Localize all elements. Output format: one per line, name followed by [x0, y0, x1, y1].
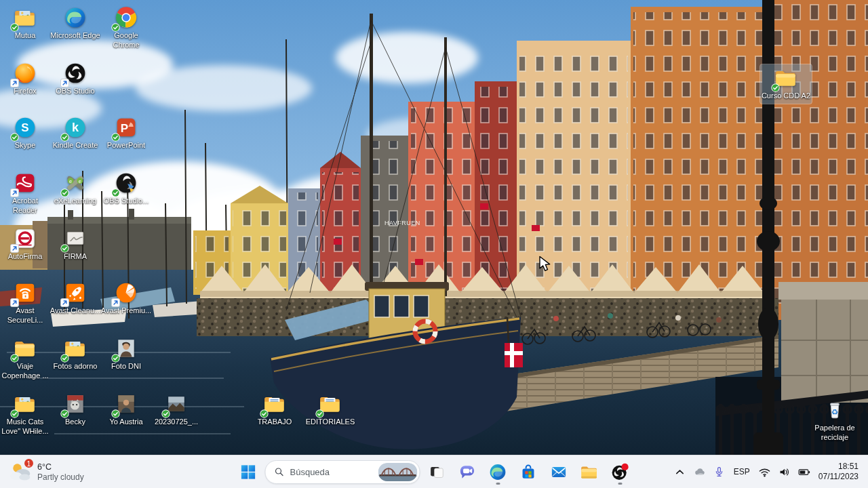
desktop-icon-mutua[interactable]: Mutua: [0, 4, 51, 43]
obs-studio-button[interactable]: [606, 458, 634, 486]
chrome-icon: [115, 6, 138, 29]
weather-widget[interactable]: 1 6°C Partly cloudy: [1, 455, 91, 488]
folder-icon: [774, 66, 797, 89]
weather-condition: Partly cloudy: [37, 472, 84, 483]
svg-text:S: S: [21, 121, 28, 134]
notification-badge: 1: [23, 458, 35, 469]
desktop-icon-firma[interactable]: FIRMA: [50, 225, 101, 264]
desktop-icon-curso-cdd-a2[interactable]: Curso CDD A2: [760, 64, 812, 104]
folder-docs-icon: [263, 392, 286, 415]
svg-text:P: P: [121, 122, 128, 135]
folder-photo-icon: [64, 337, 87, 360]
sync-check-badge: [111, 353, 120, 362]
photo-portrait2-icon: [115, 392, 138, 415]
battery-icon[interactable]: [794, 459, 814, 485]
desktop-icon-label: Microsoft Edge: [50, 31, 101, 41]
desktop-icon-google-chrome[interactable]: Google Chrome: [100, 4, 152, 52]
desktop-icon-label: TRABAJO: [249, 418, 300, 427]
sync-check-badge: [60, 353, 69, 362]
tray-chevron-up-icon[interactable]: [670, 459, 690, 485]
start-button[interactable]: [235, 458, 262, 486]
desktop-icon-fotos-adorno[interactable]: Fotos adorno: [50, 335, 101, 374]
sync-check-badge: [315, 409, 324, 418]
exelearning-icon: ee: [64, 171, 87, 195]
weather-temperature: 6°C: [37, 462, 84, 472]
desktop-icons-layer: MutuaMicrosoft EdgeGoogle ChromeFirefoxO…: [0, 0, 868, 488]
desktop-icon-label: Kindle Create: [50, 141, 101, 150]
desktop-icon-label: OBS Studio...: [100, 197, 152, 206]
desktop-icon-autofirma[interactable]: AutoFirma: [0, 225, 51, 264]
microsoft-store-button[interactable]: [515, 458, 542, 486]
sync-check-badge: [161, 409, 170, 418]
shortcut-arrow-badge: [10, 298, 19, 306]
language-indicator[interactable]: ESP: [729, 467, 755, 476]
folder-docs-icon: [319, 392, 342, 415]
sync-check-badge: [10, 132, 19, 141]
desktop-icon-skype[interactable]: SSkype: [0, 114, 51, 153]
clock[interactable]: 18:51 07/11/2023: [814, 462, 867, 483]
desktop-icon-acrobat-reader[interactable]: Acrobat Reader: [0, 169, 51, 218]
desktop-icon-label: Google Chrome: [100, 31, 152, 49]
shortcut-arrow-badge: [111, 298, 120, 306]
folder-icon: [14, 337, 37, 360]
mail-button[interactable]: [545, 458, 573, 486]
onedrive-icon[interactable]: [690, 459, 709, 485]
task-view-button[interactable]: [423, 458, 451, 486]
search-daily-image[interactable]: [378, 463, 418, 481]
desktop-icon-obs-studio[interactable]: OBS Studio: [50, 60, 101, 99]
desktop-icon-label: EDITORIALES: [304, 418, 356, 427]
image-file-icon: [64, 227, 87, 250]
folder-photo-icon: [14, 392, 37, 415]
desktop-icon-avast-cleanu[interactable]: Avast Cleanu...: [50, 279, 101, 319]
file-explorer-button[interactable]: [576, 458, 604, 486]
desktop-icon-label: Avast Premiu...: [100, 306, 152, 316]
wifi-icon[interactable]: [755, 459, 774, 485]
recycle-bin-icon: ♻: [823, 399, 846, 422]
weather-partly-cloudy-icon: 1: [8, 460, 33, 483]
microphone-icon[interactable]: [709, 459, 729, 485]
running-indicator: [618, 483, 622, 485]
taskbar-center: Búsqueda: [235, 455, 634, 488]
desktop-icon-label: Mutua: [0, 31, 51, 41]
desktop-icon-yo-austria[interactable]: Yo Austria: [100, 390, 152, 430]
volume-icon[interactable]: [774, 459, 794, 485]
desktop: HAVFRUEN: [0, 0, 868, 488]
svg-text:k: k: [72, 121, 79, 134]
taskbar: 1 6°C Partly cloudy Búsqueda ESP: [0, 455, 868, 488]
sync-check-badge: [10, 409, 19, 418]
desktop-icon-label: Papelera de reciclaje: [809, 424, 861, 442]
desktop-icon-becky[interactable]: Becky: [50, 390, 101, 430]
desktop-icon-exelearning[interactable]: eeeXeLearning: [50, 169, 101, 209]
sync-check-badge: [60, 409, 69, 418]
running-indicator: [496, 483, 500, 485]
desktop-icon-microsoft-edge[interactable]: Microsoft Edge: [50, 4, 101, 43]
desktop-icon-editoriales[interactable]: EDITORIALES: [304, 390, 356, 430]
desktop-icon-papelera-de-reciclaje[interactable]: ♻Papelera de reciclaje: [809, 396, 861, 445]
desktop-icon-avast-premiu[interactable]: Avast Premiu...: [100, 279, 152, 319]
edge-button[interactable]: [484, 458, 512, 486]
sync-check-badge: [111, 132, 120, 141]
desktop-icon-powerpoint[interactable]: PPowerPoint: [100, 114, 152, 153]
desktop-icon-viaje-copenhage[interactable]: Viaje Copenhage ...: [0, 335, 51, 383]
desktop-icon-music-cats-love-while[interactable]: Music Cats Love" WHile...: [0, 390, 51, 439]
photo-portrait-icon: [115, 337, 138, 360]
svg-text:e: e: [69, 178, 72, 184]
desktop-icon-label: PowerPoint: [100, 141, 152, 150]
sync-check-badge: [60, 188, 69, 197]
desktop-icon-trabajo[interactable]: TRABAJO: [249, 390, 300, 430]
desktop-icon-obs-studio[interactable]: OBS Studio...: [100, 169, 152, 209]
desktop-icon-label: Acrobat Reader: [0, 197, 51, 215]
desktop-icon-label: 20230725_...: [151, 418, 202, 427]
desktop-icon-label: Firefox: [0, 87, 51, 96]
search-box[interactable]: Búsqueda: [265, 460, 420, 484]
desktop-icon-label: OBS Studio: [50, 87, 101, 96]
avast-fan-icon: [115, 281, 138, 304]
desktop-icon-firefox[interactable]: Firefox: [0, 60, 51, 99]
chat-button[interactable]: [454, 458, 481, 486]
desktop-icon-kindle-create[interactable]: kKindle Create: [50, 114, 101, 153]
desktop-icon-foto-dni[interactable]: Foto DNI: [100, 335, 152, 374]
desktop-icon-avast-secureli[interactable]: Avast SecureLi...: [0, 279, 51, 327]
desktop-icon-label: Fotos adorno: [50, 362, 101, 371]
desktop-icon-20230725[interactable]: 20230725_...: [151, 390, 202, 430]
skype-icon: S: [14, 116, 37, 139]
